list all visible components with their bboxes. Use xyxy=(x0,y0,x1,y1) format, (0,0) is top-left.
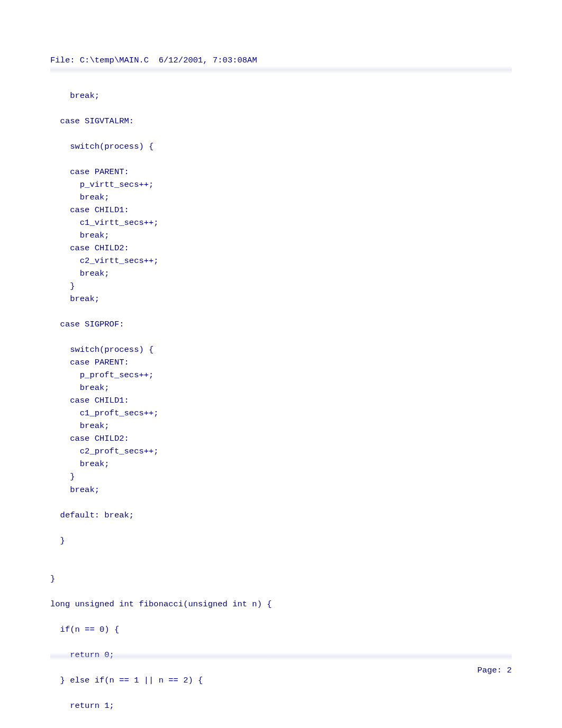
file-timestamp: 6/12/2001, 7:03:08AM xyxy=(159,56,257,65)
page-number: 2 xyxy=(507,666,512,675)
footer-divider xyxy=(50,653,512,660)
source-code-listing: break; case SIGVTALRM: switch(process) {… xyxy=(50,77,512,712)
page-footer: Page: 2 xyxy=(477,666,512,675)
header-divider xyxy=(50,66,512,74)
file-header: File: C:\temp\MAIN.C 6/12/2001, 7:03:08A… xyxy=(50,56,512,65)
file-label: File: xyxy=(50,56,80,65)
page-label: Page: xyxy=(477,666,507,675)
document-page: File: C:\temp\MAIN.C 6/12/2001, 7:03:08A… xyxy=(0,0,562,728)
file-path: C:\temp\MAIN.C xyxy=(80,56,149,65)
